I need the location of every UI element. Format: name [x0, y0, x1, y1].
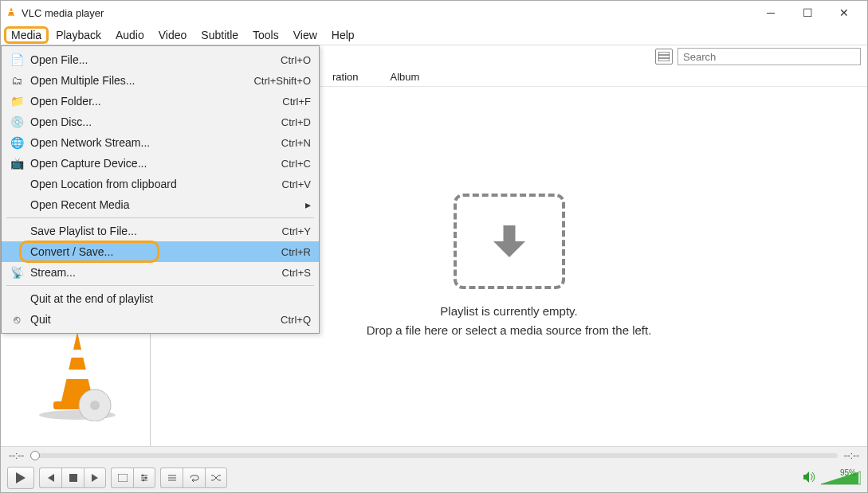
file-icon: 📄 — [8, 53, 26, 66]
close-button[interactable]: ✕ — [826, 1, 862, 25]
network-icon: 🌐 — [8, 136, 26, 149]
menu-item-convert-save[interactable]: Convert / Save...Ctrl+R — [2, 241, 319, 262]
menu-shortcut: Ctrl+Y — [282, 225, 311, 237]
stop-button[interactable] — [61, 468, 84, 488]
menu-item-label: Open Disc... — [26, 115, 281, 128]
menubar: Media Playback Audio Video Subtitle Tool… — [1, 25, 867, 45]
speaker-icon[interactable] — [803, 471, 816, 484]
svg-rect-1 — [658, 52, 670, 61]
play-button[interactable] — [7, 467, 34, 489]
menu-video[interactable]: Video — [151, 26, 194, 44]
extended-settings-button[interactable] — [133, 468, 155, 488]
controls-row: 95% — [1, 464, 867, 492]
prev-button[interactable] — [39, 468, 61, 488]
menu-item-open-capture-device[interactable]: 📺Open Capture Device...Ctrl+C — [2, 153, 319, 174]
menu-item-open-network-stream[interactable]: 🌐Open Network Stream...Ctrl+N — [2, 132, 319, 153]
column-duration[interactable]: ration — [332, 71, 359, 83]
menu-item-stream[interactable]: 📡Stream...Ctrl+S — [2, 262, 319, 283]
menu-item-label: Open Multiple Files... — [26, 74, 253, 87]
menu-shortcut: Ctrl+V — [282, 178, 311, 190]
menu-shortcut: Ctrl+Shift+O — [253, 75, 311, 87]
svg-point-17 — [143, 479, 144, 481]
loop-button[interactable] — [183, 468, 205, 488]
menu-item-open-location-from-clipboard[interactable]: Open Location from clipboardCtrl+V — [2, 174, 319, 194]
menu-separator — [6, 217, 314, 218]
shuffle-button[interactable] — [205, 468, 227, 488]
svg-point-15 — [142, 475, 143, 476]
svg-rect-6 — [63, 370, 92, 379]
fullscreen-button[interactable] — [111, 468, 133, 488]
menu-item-save-playlist-to-file[interactable]: Save Playlist to File...Ctrl+Y — [2, 221, 319, 241]
time-elapsed: --:-- — [9, 450, 24, 461]
menu-item-label: Quit — [26, 313, 281, 326]
files-icon: 🗂 — [8, 74, 26, 87]
media-dropdown: 📄Open File...Ctrl+O🗂Open Multiple Files.… — [1, 45, 320, 334]
stream-icon: 📡 — [8, 266, 26, 279]
titlebar: VLC media player ─ ☐ ✕ — [1, 1, 867, 25]
search-input[interactable] — [678, 48, 861, 65]
menu-item-label: Open Network Stream... — [26, 136, 281, 149]
content-area: 📄Open File...Ctrl+O🗂Open Multiple Files.… — [1, 45, 867, 446]
playlist-button[interactable] — [160, 468, 183, 488]
menu-shortcut: Ctrl+C — [281, 158, 311, 170]
menu-item-open-folder[interactable]: 📁Open Folder...Ctrl+F — [2, 91, 319, 112]
menu-help[interactable]: Help — [324, 26, 362, 44]
folder-icon: 📁 — [8, 95, 26, 108]
menu-item-label: Save Playlist to File... — [26, 225, 282, 237]
volume-slider[interactable]: 95% — [821, 470, 861, 486]
menu-playback[interactable]: Playback — [49, 26, 108, 44]
menu-item-open-recent-media[interactable]: Open Recent Media▸ — [2, 194, 319, 215]
capture-icon: 📺 — [8, 157, 26, 170]
dropzone-icon — [454, 194, 565, 289]
menu-item-label: Open Capture Device... — [26, 157, 281, 170]
menu-shortcut: Ctrl+N — [281, 137, 311, 149]
menu-shortcut: Ctrl+Q — [281, 314, 311, 326]
menu-shortcut: Ctrl+F — [282, 96, 311, 108]
menu-item-label: Quit at the end of playlist — [26, 292, 311, 305]
progress-row: --:-- --:-- — [1, 446, 867, 464]
empty-line2: Drop a file here or select a media sourc… — [367, 321, 652, 340]
menu-item-label: Open Recent Media — [26, 198, 305, 211]
quit-icon: ⎋ — [8, 313, 26, 326]
menu-item-quit-at-the-end-of-playlist[interactable]: Quit at the end of playlist — [2, 288, 319, 309]
vlc-cone-icon — [6, 6, 17, 20]
disc-icon: 💿 — [8, 115, 26, 128]
menu-item-label: Open Folder... — [26, 95, 282, 108]
menu-audio[interactable]: Audio — [108, 26, 151, 44]
menu-item-open-file[interactable]: 📄Open File...Ctrl+O — [2, 49, 319, 70]
svg-point-9 — [90, 401, 100, 410]
vlc-cone-thumbnail — [29, 326, 125, 421]
menu-item-open-disc[interactable]: 💿Open Disc...Ctrl+D — [2, 112, 319, 132]
menu-shortcut: Ctrl+S — [282, 267, 311, 279]
menu-item-quit[interactable]: ⎋QuitCtrl+Q — [2, 309, 319, 330]
next-button[interactable] — [84, 468, 106, 488]
svg-rect-10 — [69, 474, 77, 482]
menu-subtitle[interactable]: Subtitle — [194, 26, 245, 44]
seek-slider[interactable] — [30, 453, 837, 458]
menu-item-label: Stream... — [26, 266, 282, 279]
menu-shortcut: Ctrl+R — [281, 246, 311, 258]
svg-rect-0 — [8, 14, 14, 15]
svg-point-16 — [145, 477, 147, 479]
minimize-button[interactable]: ─ — [752, 1, 789, 25]
menu-item-label: Open File... — [26, 53, 281, 66]
svg-rect-5 — [66, 350, 88, 358]
empty-line1: Playlist is currently empty. — [367, 302, 652, 321]
svg-rect-11 — [118, 474, 128, 482]
empty-message: Playlist is currently empty. Drop a file… — [367, 302, 652, 340]
menu-view[interactable]: View — [286, 26, 324, 44]
menu-media[interactable]: Media — [4, 26, 49, 44]
menu-item-open-multiple-files[interactable]: 🗂Open Multiple Files...Ctrl+Shift+O — [2, 70, 319, 91]
menu-item-label: Open Location from clipboard — [26, 178, 282, 190]
menu-tools[interactable]: Tools — [245, 26, 286, 44]
maximize-button[interactable]: ☐ — [789, 1, 826, 25]
menu-separator — [6, 285, 314, 286]
view-toggle-button[interactable] — [655, 49, 673, 65]
menu-item-label: Convert / Save... — [26, 245, 281, 258]
menu-shortcut: Ctrl+O — [281, 54, 311, 66]
volume-percent: 95% — [840, 468, 856, 477]
menu-shortcut: Ctrl+D — [281, 116, 311, 128]
column-album[interactable]: Album — [391, 71, 420, 83]
time-remaining: --:-- — [844, 450, 859, 461]
submenu-arrow-icon: ▸ — [305, 198, 311, 211]
